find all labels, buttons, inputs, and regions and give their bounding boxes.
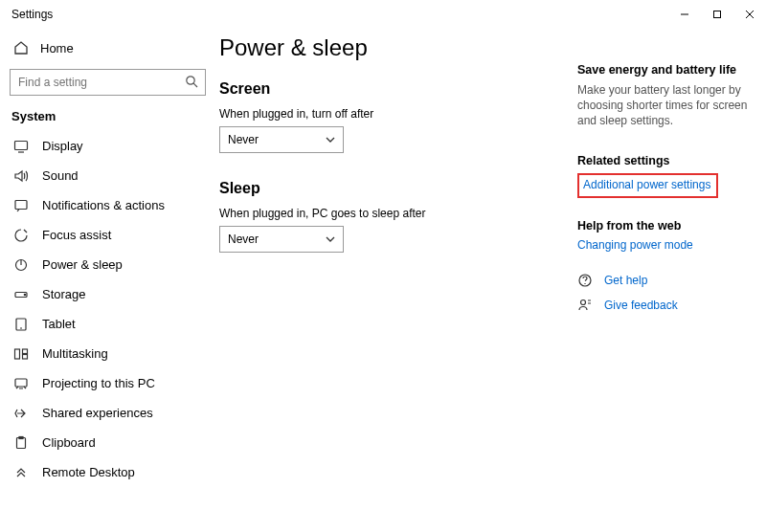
sleep-heading: Sleep bbox=[219, 180, 566, 197]
nav-storage[interactable]: Storage bbox=[10, 279, 206, 309]
notifications-icon bbox=[13, 198, 29, 213]
nav-item-label: Storage bbox=[42, 287, 86, 301]
minimize-button[interactable] bbox=[668, 0, 701, 29]
remote-icon bbox=[13, 465, 29, 480]
nav-clipboard[interactable]: Clipboard bbox=[10, 428, 206, 457]
help-icon bbox=[577, 273, 593, 288]
display-icon bbox=[13, 139, 29, 154]
chevron-down-icon bbox=[326, 234, 335, 244]
screen-dropdown[interactable]: Never bbox=[219, 126, 344, 153]
related-title: Related settings bbox=[577, 154, 755, 167]
nav-item-label: Focus assist bbox=[42, 228, 111, 242]
sleep-dropdown[interactable]: Never bbox=[219, 226, 344, 253]
svg-rect-8 bbox=[15, 200, 27, 209]
energy-body: Make your battery last longer by choosin… bbox=[577, 82, 755, 129]
nav-focus[interactable]: Focus assist bbox=[10, 220, 206, 250]
svg-rect-1 bbox=[714, 11, 721, 18]
chevron-down-icon bbox=[326, 135, 335, 144]
svg-rect-6 bbox=[15, 141, 28, 149]
nav-tablet[interactable]: Tablet bbox=[10, 309, 206, 339]
get-help-row[interactable]: Get help bbox=[577, 273, 755, 288]
focus-icon bbox=[13, 228, 29, 243]
page-title: Power & sleep bbox=[219, 34, 566, 61]
nav-item-label: Projecting to this PC bbox=[42, 376, 155, 390]
svg-rect-19 bbox=[17, 437, 26, 448]
nav-shared[interactable]: Shared experiences bbox=[10, 398, 206, 428]
home-link[interactable]: Home bbox=[10, 33, 206, 63]
shared-icon bbox=[13, 406, 29, 421]
help-web-title: Help from the web bbox=[577, 219, 755, 233]
aside: Save energy and battery life Make your b… bbox=[577, 34, 755, 532]
nav-notifications[interactable]: Notifications & actions bbox=[10, 190, 206, 220]
tablet-icon bbox=[13, 317, 29, 332]
nav-item-label: Notifications & actions bbox=[42, 198, 165, 212]
home-icon bbox=[13, 40, 29, 55]
highlight-box: Additional power settings bbox=[577, 173, 718, 198]
screen-label: When plugged in, turn off after bbox=[219, 107, 566, 121]
projecting-icon bbox=[13, 376, 29, 391]
nav-item-label: Remote Desktop bbox=[42, 465, 135, 479]
svg-point-12 bbox=[24, 294, 25, 295]
nav-projecting[interactable]: Projecting to this PC bbox=[10, 368, 206, 398]
storage-icon bbox=[13, 287, 29, 302]
nav-item-label: Clipboard bbox=[42, 435, 96, 450]
nav-remote[interactable]: Remote Desktop bbox=[10, 457, 206, 487]
additional-power-link[interactable]: Additional power settings bbox=[583, 178, 710, 191]
home-label: Home bbox=[40, 41, 74, 55]
get-help-link: Get help bbox=[604, 274, 647, 287]
nav-sound[interactable]: Sound bbox=[10, 161, 206, 190]
titlebar: Settings bbox=[0, 0, 766, 29]
svg-rect-18 bbox=[15, 379, 27, 387]
svg-rect-17 bbox=[23, 354, 28, 359]
nav-item-label: Multitasking bbox=[42, 346, 108, 361]
window-controls bbox=[668, 0, 766, 29]
power-icon bbox=[13, 257, 29, 273]
svg-rect-15 bbox=[15, 349, 20, 359]
sound-icon bbox=[13, 168, 29, 184]
sleep-value: Never bbox=[228, 233, 259, 246]
section-title: System bbox=[11, 109, 206, 123]
feedback-row[interactable]: Give feedback bbox=[577, 298, 755, 313]
nav-item-label: Display bbox=[42, 139, 83, 153]
sidebar: Home System Display Sound Notifications … bbox=[0, 29, 215, 532]
maximize-button[interactable] bbox=[701, 0, 733, 29]
clipboard-icon bbox=[13, 435, 29, 451]
energy-title: Save energy and battery life bbox=[577, 63, 755, 77]
window-title: Settings bbox=[11, 8, 53, 21]
nav: Display Sound Notifications & actions Fo… bbox=[10, 131, 206, 487]
nav-display[interactable]: Display bbox=[10, 131, 206, 161]
content: Power & sleep Screen When plugged in, tu… bbox=[219, 34, 566, 532]
search-input[interactable] bbox=[10, 69, 206, 96]
screen-value: Never bbox=[228, 133, 259, 146]
screen-heading: Screen bbox=[219, 80, 566, 98]
nav-item-label: Power & sleep bbox=[42, 257, 123, 272]
changing-power-link[interactable]: Changing power mode bbox=[577, 238, 755, 252]
nav-multitasking[interactable]: Multitasking bbox=[10, 339, 206, 368]
nav-item-label: Shared experiences bbox=[42, 406, 153, 420]
multitasking-icon bbox=[13, 346, 29, 362]
nav-power[interactable]: Power & sleep bbox=[10, 250, 206, 279]
sleep-label: When plugged in, PC goes to sleep after bbox=[219, 207, 566, 220]
svg-point-22 bbox=[581, 299, 586, 304]
search-wrap bbox=[10, 69, 206, 96]
feedback-link: Give feedback bbox=[604, 299, 678, 312]
svg-rect-16 bbox=[23, 349, 28, 354]
close-button[interactable] bbox=[733, 0, 766, 29]
nav-item-label: Tablet bbox=[42, 317, 76, 331]
nav-item-label: Sound bbox=[42, 168, 79, 183]
feedback-icon bbox=[577, 298, 593, 313]
